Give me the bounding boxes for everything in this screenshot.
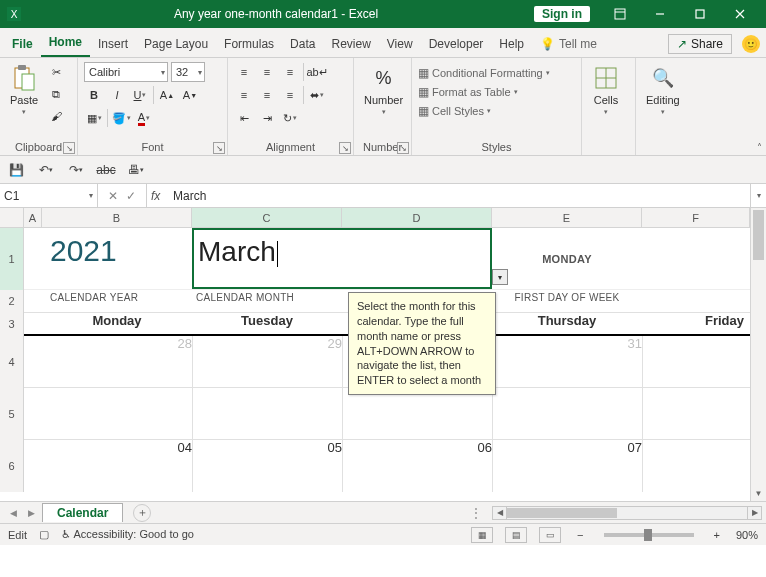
increase-font-button[interactable]: A▲ [157, 85, 177, 105]
col-header-c[interactable]: C [192, 208, 342, 227]
paste-button[interactable]: Paste ▾ [6, 62, 42, 118]
row-header-6[interactable]: 6 [0, 440, 24, 492]
sheet-nav-prev[interactable]: ◀ [6, 506, 20, 520]
clipboard-launcher[interactable]: ↘ [63, 142, 75, 154]
calendar-cell[interactable] [642, 388, 750, 439]
tab-data[interactable]: Data [282, 31, 323, 57]
cell-dropdown-button[interactable]: ▾ [492, 269, 508, 285]
font-launcher[interactable]: ↘ [213, 142, 225, 154]
align-bottom-button[interactable]: ≡ [280, 62, 300, 82]
increase-indent-button[interactable]: ⇥ [257, 108, 277, 128]
day-header[interactable]: Thursday [492, 313, 642, 334]
tab-home[interactable]: Home [41, 29, 90, 57]
sheet-nav-next[interactable]: ▶ [24, 506, 38, 520]
zoom-slider-thumb[interactable] [644, 529, 652, 541]
vscroll-down-arrow[interactable]: ▼ [751, 485, 766, 501]
hscroll-right-arrow[interactable]: ▶ [747, 507, 761, 519]
page-break-view-button[interactable]: ▭ [539, 527, 561, 543]
calendar-cell[interactable]: 29 [192, 336, 342, 387]
bold-button[interactable]: B [84, 85, 104, 105]
calendar-cell[interactable] [642, 336, 750, 387]
tab-review[interactable]: Review [323, 31, 378, 57]
day-header[interactable]: Monday [42, 313, 192, 334]
cancel-formula-button[interactable]: ✕ [108, 189, 118, 203]
tab-split-handle[interactable]: ⋮ [470, 506, 482, 520]
accessibility-status[interactable]: ♿︎ Accessibility: Good to go [61, 528, 194, 541]
calendar-cell[interactable]: 06 [342, 440, 492, 492]
col-header-f[interactable]: F [642, 208, 750, 227]
format-as-table-button[interactable]: ▦ Format as Table▾ [418, 85, 518, 99]
account-icon[interactable]: 🙂 [742, 35, 760, 53]
number-format-button[interactable]: % Number ▾ [360, 62, 407, 118]
italic-button[interactable]: I [107, 85, 127, 105]
tab-page-layout[interactable]: Page Layou [136, 31, 216, 57]
redo-button[interactable]: ↷▾ [66, 160, 86, 180]
vscroll-thumb[interactable] [753, 210, 764, 260]
enter-formula-button[interactable]: ✓ [126, 189, 136, 203]
col-header-b[interactable]: B [42, 208, 192, 227]
align-right-button[interactable]: ≡ [280, 85, 300, 105]
collapse-ribbon-button[interactable]: ˄ [757, 142, 762, 153]
zoom-in-button[interactable]: + [710, 529, 724, 541]
calendar-cell[interactable]: 07 [492, 440, 642, 492]
row-header-5[interactable]: 5 [0, 388, 24, 440]
new-sheet-button[interactable]: ＋ [133, 504, 151, 522]
underline-button[interactable]: U [130, 85, 150, 105]
expand-formula-bar-button[interactable]: ▾ [750, 184, 766, 207]
tab-formulas[interactable]: Formulas [216, 31, 282, 57]
save-button[interactable]: 💾 [6, 160, 26, 180]
align-middle-button[interactable]: ≡ [257, 62, 277, 82]
select-all-corner[interactable] [0, 208, 24, 228]
cut-button[interactable]: ✂ [46, 62, 66, 82]
maximize-button[interactable] [680, 0, 720, 28]
tab-insert[interactable]: Insert [90, 31, 136, 57]
format-painter-button[interactable]: 🖌 [46, 106, 66, 126]
copy-button[interactable]: ⧉ [46, 84, 66, 104]
horizontal-scrollbar[interactable]: ◀ ▶ [492, 506, 762, 520]
calendar-cell[interactable] [642, 440, 750, 492]
day-header[interactable]: Friday [642, 313, 750, 334]
sign-in-button[interactable]: Sign in [534, 6, 590, 22]
row-header-3[interactable]: 3 [0, 312, 24, 336]
name-box[interactable]: C1 [0, 184, 98, 207]
calendar-cell[interactable]: 05 [192, 440, 342, 492]
cells-button[interactable]: Cells ▾ [588, 62, 624, 118]
zoom-out-button[interactable]: − [573, 529, 587, 541]
cell-styles-button[interactable]: ▦ Cell Styles▾ [418, 104, 491, 118]
calendar-cell[interactable]: 28 [42, 336, 192, 387]
normal-view-button[interactable]: ▦ [471, 527, 493, 543]
calendar-cell[interactable] [42, 388, 192, 439]
share-button[interactable]: ↗ Share [668, 34, 732, 54]
calendar-cell[interactable] [492, 388, 642, 439]
font-color-button[interactable]: A [134, 108, 154, 128]
first-day-value[interactable]: MONDAY [542, 253, 592, 265]
fill-color-button[interactable]: 🪣 [111, 108, 131, 128]
tab-help[interactable]: Help [491, 31, 532, 57]
conditional-formatting-button[interactable]: ▦ Conditional Formatting▾ [418, 66, 550, 80]
row-header-4[interactable]: 4 [0, 336, 24, 388]
tab-view[interactable]: View [379, 31, 421, 57]
number-launcher[interactable]: ↘ [397, 142, 409, 154]
calendar-cell[interactable] [192, 388, 342, 439]
strikethrough-button[interactable]: abc [96, 160, 116, 180]
merge-center-button[interactable]: ⬌ [307, 85, 327, 105]
close-button[interactable] [720, 0, 760, 28]
minimize-button[interactable] [640, 0, 680, 28]
decrease-font-button[interactable]: A▼ [180, 85, 200, 105]
font-name-combo[interactable]: Calibri [84, 62, 168, 82]
font-size-combo[interactable]: 32 [171, 62, 205, 82]
borders-button[interactable]: ▦ [84, 108, 104, 128]
vertical-scrollbar[interactable]: ▼ [750, 208, 766, 501]
calendar-cell[interactable]: 31 [492, 336, 642, 387]
align-center-button[interactable]: ≡ [257, 85, 277, 105]
formula-bar-input[interactable]: March [167, 184, 750, 207]
page-layout-view-button[interactable]: ▤ [505, 527, 527, 543]
align-left-button[interactable]: ≡ [234, 85, 254, 105]
undo-button[interactable]: ↶▾ [36, 160, 56, 180]
alignment-launcher[interactable]: ↘ [339, 142, 351, 154]
align-top-button[interactable]: ≡ [234, 62, 254, 82]
ribbon-display-options-button[interactable] [600, 0, 640, 28]
col-header-a[interactable]: A [24, 208, 42, 227]
orientation-button[interactable]: ↻ [280, 108, 300, 128]
col-header-d[interactable]: D [342, 208, 492, 227]
